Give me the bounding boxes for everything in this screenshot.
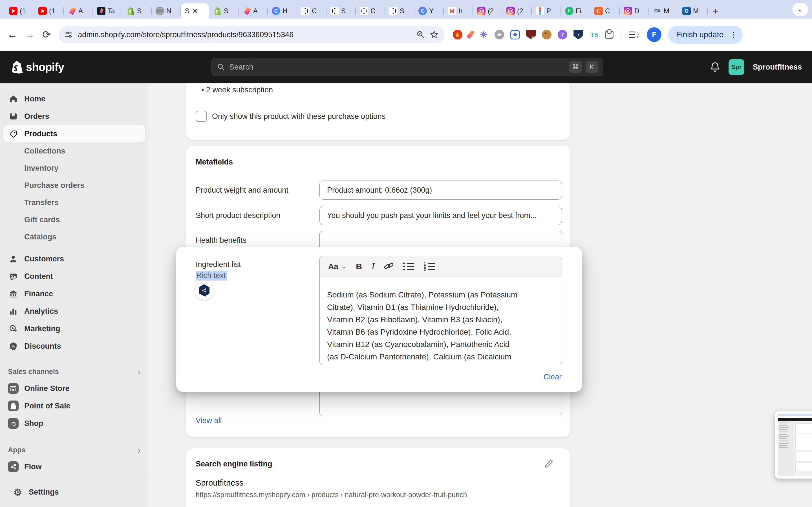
asterisk-extension-icon[interactable]: ✳ bbox=[479, 30, 488, 40]
ts-extension-icon[interactable]: TS bbox=[589, 30, 599, 40]
shopify-logo[interactable]: shopify bbox=[11, 60, 64, 74]
tab[interactable]: C bbox=[297, 3, 326, 18]
figma-icon bbox=[536, 7, 544, 15]
tab[interactable]: CC bbox=[591, 3, 620, 18]
tab[interactable]: S bbox=[122, 3, 152, 18]
colorpicker-icon[interactable] bbox=[466, 30, 475, 40]
sidebar-item-customers[interactable]: Customers bbox=[3, 250, 145, 268]
reload-button[interactable]: ⟳ bbox=[42, 29, 51, 41]
clear-button[interactable]: Clear bbox=[543, 373, 562, 381]
openai-icon bbox=[360, 7, 368, 15]
monkey-extension-icon[interactable] bbox=[495, 30, 504, 40]
sidebar-item-finance[interactable]: Finance bbox=[3, 285, 145, 302]
tab[interactable]: (2 bbox=[473, 3, 502, 18]
bold-button[interactable]: B bbox=[356, 262, 362, 271]
extensions-puzzle-icon[interactable] bbox=[605, 31, 613, 39]
view-all-link[interactable]: View all bbox=[196, 416, 222, 425]
adblock-icon[interactable]: ✋ bbox=[453, 30, 462, 40]
sidebar-item-content[interactable]: Content bbox=[3, 268, 145, 285]
store-avatar[interactable]: Spr bbox=[728, 59, 744, 75]
sidebar-item-catalogs[interactable]: Catalogs bbox=[3, 228, 145, 245]
sales-channels-header[interactable]: Sales channels › bbox=[3, 363, 145, 380]
tab[interactable]: D bbox=[620, 3, 649, 18]
tab[interactable]: A bbox=[64, 3, 93, 18]
screenshot-preview-thumbnail[interactable] bbox=[775, 411, 812, 479]
sidebar-item-discounts[interactable]: % Discounts bbox=[3, 337, 145, 355]
tab[interactable]: C bbox=[356, 3, 385, 18]
sidebar-item-shop[interactable]: Shop bbox=[3, 414, 145, 432]
cookie-extension-icon[interactable] bbox=[542, 30, 552, 40]
tab[interactable]: S bbox=[326, 3, 356, 18]
sidebar-item-marketing[interactable]: Marketing bbox=[3, 320, 145, 337]
notifications-bell-icon[interactable] bbox=[710, 62, 720, 72]
bullet-list-icon[interactable] bbox=[403, 263, 414, 270]
new-tab-button[interactable]: + bbox=[708, 3, 723, 18]
italic-button[interactable]: I bbox=[371, 262, 374, 272]
store-name[interactable]: Sproutfitness bbox=[753, 63, 802, 71]
tab-active[interactable]: S✕ bbox=[181, 3, 209, 18]
tab[interactable]: S bbox=[385, 3, 414, 18]
tab[interactable]: (1 bbox=[5, 3, 35, 18]
browser-profile-avatar[interactable]: F bbox=[647, 27, 661, 42]
tab[interactable]: MIr bbox=[444, 3, 473, 18]
tab[interactable]: (1 bbox=[35, 3, 64, 18]
sidebar-item-inventory[interactable]: Inventory bbox=[3, 160, 145, 177]
sidebar-item-transfers[interactable]: Transfers bbox=[3, 194, 145, 211]
rich-text-content[interactable]: Sodium (as Sodium Citrate), Potassium (a… bbox=[320, 277, 562, 363]
tab-search-button[interactable]: ⌄ bbox=[792, 3, 808, 16]
text-style-button[interactable]: Aa ⌄ bbox=[328, 262, 346, 271]
back-button[interactable]: ← bbox=[7, 29, 17, 41]
link-icon[interactable] bbox=[384, 263, 394, 270]
metafield-input-description[interactable]: You should you push past your limits and… bbox=[319, 206, 562, 225]
sidebar-item-products[interactable]: Products bbox=[3, 125, 145, 143]
site-settings-icon[interactable] bbox=[64, 30, 73, 39]
bookmark-star-icon[interactable] bbox=[430, 30, 439, 39]
numbered-list-icon[interactable]: 1 2 3 bbox=[424, 263, 435, 270]
zoom-page-icon[interactable] bbox=[416, 30, 425, 39]
sidebar-item-gift-cards[interactable]: Gift cards bbox=[3, 211, 145, 228]
sidebar-item-collections[interactable]: Collections bbox=[3, 143, 145, 160]
youtube-icon bbox=[38, 7, 47, 15]
sidebar-item-settings[interactable]: ⚙ Settings bbox=[8, 484, 141, 501]
metafield-input-partial[interactable] bbox=[319, 392, 562, 416]
tab[interactable]: CY bbox=[414, 3, 444, 18]
tab[interactable]: fiFi bbox=[561, 3, 591, 18]
sidebar-item-online-store[interactable]: Online Store bbox=[3, 380, 145, 397]
close-icon[interactable]: ✕ bbox=[192, 7, 198, 15]
tab[interactable]: (2 bbox=[502, 3, 532, 18]
tab[interactable]: OXM bbox=[649, 3, 678, 18]
metafield-input-weight[interactable]: Product amount: 0.66oz (300g) bbox=[319, 180, 562, 200]
tab[interactable]: A bbox=[239, 3, 268, 18]
sidebar-item-flow[interactable]: Flow bbox=[3, 458, 145, 475]
sidebar-item-orders[interactable]: Orders bbox=[3, 108, 145, 125]
forward-button[interactable]: → bbox=[25, 29, 35, 41]
sidebar-item-analytics[interactable]: Analytics bbox=[3, 302, 145, 320]
finish-update-button[interactable]: Finish update ⋮ bbox=[668, 25, 743, 44]
tab[interactable]: CH bbox=[268, 3, 297, 18]
canva-orange-icon: C bbox=[594, 7, 603, 15]
tab[interactable]: N bbox=[152, 3, 181, 18]
sidebar-item-home[interactable]: Home bbox=[3, 90, 145, 108]
sidebar-item-point-of-sale[interactable]: Point of Sale bbox=[3, 397, 145, 414]
admin-search-input[interactable]: Search ⌘ K bbox=[211, 58, 603, 76]
browser-menu-icon[interactable]: ⋮ bbox=[727, 30, 740, 40]
edit-pencil-icon[interactable] bbox=[544, 458, 554, 469]
apps-header[interactable]: Apps › bbox=[3, 442, 145, 458]
tab[interactable]: OM bbox=[678, 3, 708, 18]
shield-extension-icon[interactable]: 66 bbox=[526, 30, 536, 40]
navy-shield-extension-icon[interactable]: › bbox=[573, 30, 583, 40]
tab[interactable]: Ta bbox=[93, 3, 122, 18]
browser-tab-strip: (1 (1 A Ta S N S✕ S A CH C S C S CY MIr … bbox=[0, 0, 812, 18]
purchase-options-checkbox[interactable] bbox=[196, 111, 207, 122]
url-text[interactable]: admin.shopify.com/store/sproutfitness/pr… bbox=[78, 31, 412, 39]
tab[interactable]: S bbox=[209, 3, 239, 18]
outlook-icon: O bbox=[682, 7, 691, 15]
ingredient-list-label[interactable]: Ingredient list bbox=[196, 260, 241, 269]
address-bar[interactable]: admin.shopify.com/store/sproutfitness/pr… bbox=[59, 26, 444, 43]
tab[interactable]: P bbox=[532, 3, 561, 18]
blue-o-extension-icon[interactable] bbox=[510, 30, 520, 40]
sidebar-item-purchase-orders[interactable]: Purchase orders bbox=[3, 177, 145, 194]
shopify-header: shopify Search ⌘ K Spr Sproutfitness bbox=[0, 51, 812, 83]
media-controls-icon[interactable]: ☰♪ bbox=[628, 30, 640, 40]
purple-7-extension-icon[interactable]: 7 bbox=[558, 30, 567, 40]
